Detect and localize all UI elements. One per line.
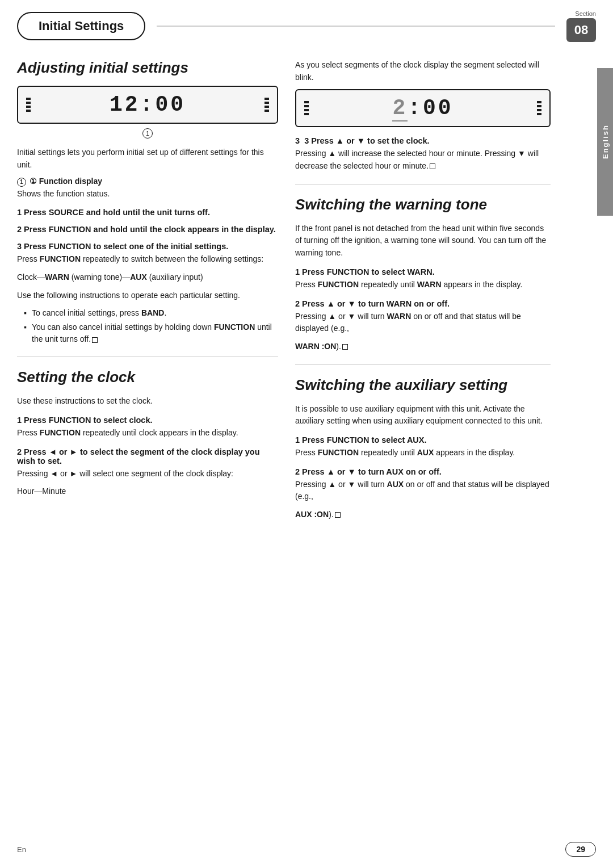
bullet-item-2: You can also cancel initial settings by … [24, 321, 278, 345]
warning-tone-heading: Switching the warning tone [295, 196, 551, 213]
warn-step1-body: Press FUNCTION repeatedly until WARN app… [295, 279, 551, 291]
bar16 [537, 113, 541, 115]
display-bars-left-2 [304, 101, 309, 115]
function-display-desc: Shows the function status. [17, 188, 278, 200]
footer-bar: En 29 [0, 842, 613, 857]
right-column: As you select segments of the clock disp… [295, 59, 573, 527]
section-label: Section [575, 10, 596, 17]
step2-heading: 2 Press FUNCTION and hold until the cloc… [17, 225, 278, 234]
warn-step1-heading: 1 Press FUNCTION to select WARN. [295, 267, 551, 276]
warn-on: WARN :ON). [295, 341, 551, 353]
aux-step2-heading: 2 Press ▲ or ▼ to turn AUX on or off. [295, 467, 551, 476]
step3-heading: 3 Press FUNCTION to select one of the in… [17, 242, 278, 251]
setting-clock-intro: Use these instructions to set the clock. [17, 395, 278, 408]
diagram-label-row: 1 [17, 128, 278, 139]
bar9 [304, 101, 309, 103]
bar2 [26, 102, 31, 104]
section-number: 08 [566, 18, 596, 42]
clock-step1-heading: 1 Press FUNCTION to select clock. [17, 416, 278, 425]
clock-step3-heading: 3 3 Press ▲ or ▼ to set the clock. [295, 136, 551, 145]
display-bars-left [26, 98, 31, 112]
bar5 [264, 98, 269, 100]
footer-page-number: 29 [565, 842, 596, 857]
bar1 [26, 98, 31, 100]
step3-body1: Press FUNCTION repeatedly to switch betw… [17, 253, 278, 266]
intro-text: Initial settings lets you perform initia… [17, 146, 278, 171]
footer-en-label: En [17, 845, 26, 854]
circled-1: 1 [142, 128, 153, 139]
bar14 [537, 105, 541, 107]
content-area: Adjusting initial settings 12:00 [0, 59, 613, 544]
clock-time-1: 12:00 [110, 93, 186, 117]
aux-step2-body: Pressing ▲ or ▼ will turn AUX on or off … [295, 479, 551, 503]
bar8 [264, 110, 269, 112]
bullet-item-1: To cancel initial settings, press BAND. [24, 307, 278, 319]
small-square-4 [335, 512, 341, 518]
display-bars-right-2 [537, 101, 541, 115]
bar4 [26, 110, 31, 112]
left-column: Adjusting initial settings 12:00 [17, 59, 278, 527]
clock-step2-body2: Hour—Minute [17, 485, 278, 498]
function-display-sub: 1 ① Function display [17, 177, 278, 186]
step3-body2: Clock—WARN (warning tone)—AUX (auxiliary… [17, 271, 278, 284]
aux-step1-heading: 1 Press FUNCTION to select AUX. [295, 435, 551, 445]
blink-digit: 2 [392, 96, 408, 121]
initial-settings-badge: Initial Settings [17, 12, 145, 40]
bullet-list: To cancel initial settings, press BAND. … [17, 307, 278, 345]
bar10 [304, 105, 309, 107]
warning-tone-intro: If the front panel is not detached from … [295, 223, 551, 259]
warn-step2-heading: 2 Press ▲ or ▼ to turn WARN on or off. [295, 299, 551, 308]
bar15 [537, 109, 541, 111]
clock-step2-body: Pressing ◄ or ► will select one segment … [17, 468, 278, 480]
circled-num-inline: 1 [17, 178, 26, 187]
bar6 [264, 102, 269, 104]
clock-display-1: 12:00 [17, 86, 278, 124]
aux-on: AUX :ON). [295, 509, 551, 521]
bar3 [26, 106, 31, 108]
aux-step1-body: Press FUNCTION repeatedly until AUX appe… [295, 447, 551, 459]
clock-step3-body: Pressing ▲ will increase the selected ho… [295, 148, 551, 172]
step3-body3: Use the following instructions to operat… [17, 290, 278, 302]
aux-intro: It is possible to use auxiliary equipmen… [295, 403, 551, 427]
adjusting-heading: Adjusting initial settings [17, 59, 278, 77]
bar13 [537, 101, 541, 103]
small-square-3 [342, 344, 348, 350]
clock-time-2: 2:00 [392, 96, 453, 120]
display-bars-right [264, 98, 269, 112]
divider-2 [295, 184, 551, 184]
page-container: Initial Settings Section 08 English Adju… [0, 0, 613, 868]
small-square-1 [92, 337, 98, 343]
header-bar: Initial Settings Section 08 [0, 0, 613, 42]
section-badge-area: Section 08 [566, 10, 596, 42]
warn-step2-body: Pressing ▲ or ▼ will turn WARN on or off… [295, 311, 551, 335]
small-square-2 [430, 163, 435, 169]
clock-step1-body: Press FUNCTION repeatedly until clock ap… [17, 427, 278, 439]
divider-1 [17, 357, 278, 357]
divider-3 [295, 364, 551, 365]
aux-heading: Switching the auxiliary setting [295, 376, 551, 394]
setting-clock-heading: Setting the clock [17, 368, 278, 386]
bar12 [304, 113, 309, 115]
bar7 [264, 106, 269, 108]
step1-heading: 1 Press SOURCE and hold until the unit t… [17, 208, 278, 217]
clock-display-2: 2:00 [295, 89, 551, 127]
clock-step2-heading: 2 Press ◄ or ► to select the segment of … [17, 447, 278, 466]
blink-note: As you select segments of the clock disp… [295, 59, 551, 83]
english-sidebar-label: English [597, 68, 613, 216]
bar11 [304, 109, 309, 111]
